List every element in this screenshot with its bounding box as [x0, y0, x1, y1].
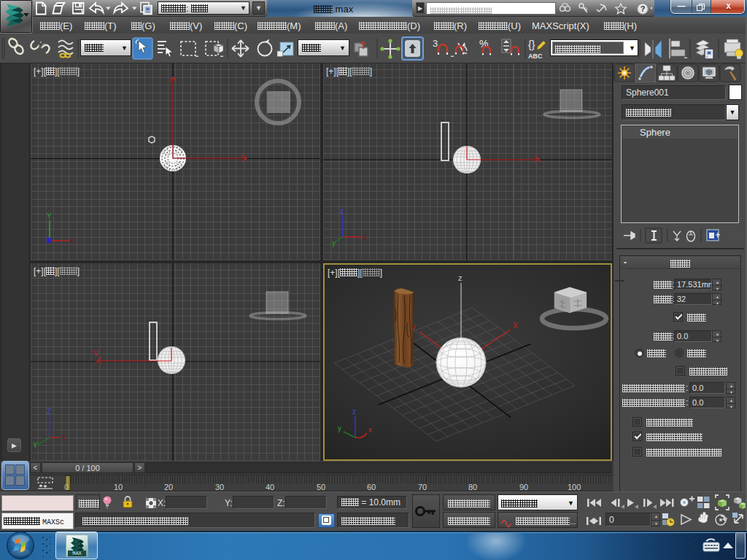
- svg-text:Z: Z: [47, 408, 51, 416]
- svg-text:y: y: [332, 239, 336, 247]
- svg-text:X: X: [70, 237, 75, 245]
- svg-text:?: ?: [640, 4, 646, 13]
- svg-text:z: z: [352, 408, 356, 416]
- svg-text:Y: Y: [47, 212, 52, 220]
- svg-text:3: 3: [433, 38, 438, 49]
- svg-text:X: X: [513, 322, 518, 330]
- svg-text:x: x: [368, 426, 372, 434]
- svg-text:{}: {}: [528, 39, 535, 50]
- svg-text:x: x: [363, 233, 367, 241]
- svg-text:y: y: [338, 424, 341, 432]
- svg-text:Y: Y: [33, 441, 38, 449]
- svg-text:ABC: ABC: [528, 52, 543, 60]
- svg-text:X: X: [61, 434, 66, 442]
- svg-text:V: V: [93, 349, 98, 357]
- svg-text:z: z: [458, 273, 462, 282]
- svg-text:z: z: [340, 207, 344, 215]
